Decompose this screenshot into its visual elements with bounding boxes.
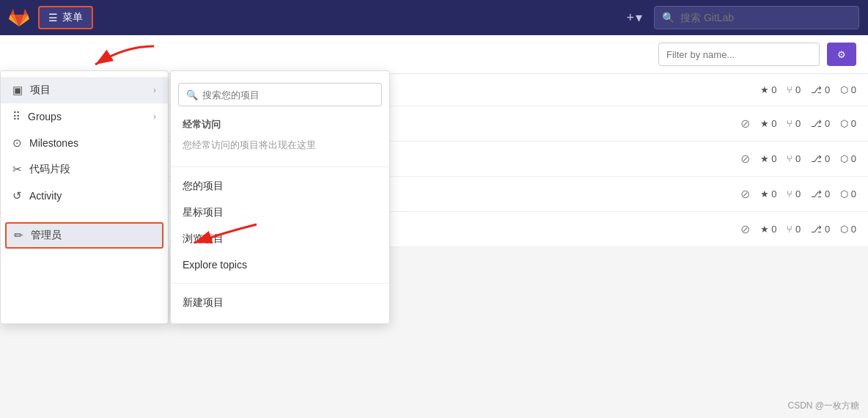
- merge-stat: ⎇ 0: [811, 224, 830, 235]
- project-stats: ⊘ ★ 0 ⑂ 0 ⎇ 0 ⬡ 0: [740, 152, 856, 166]
- star-stat: ★ 0: [760, 84, 777, 95]
- star-stat: ★ 0: [760, 153, 777, 164]
- activity-icon: ↺: [12, 189, 22, 202]
- menu-item-snippets[interactable]: ✂ 代码片段: [1, 156, 168, 183]
- menu-item-groups[interactable]: ⠿ Groups ›: [1, 103, 168, 130]
- project-stats: ⊘ ★ 0 ⑂ 0 ⎇ 0 ⬡ 0: [740, 117, 856, 131]
- menu-item-milestones[interactable]: ⊙ Milestones: [1, 130, 168, 156]
- issue-stat: ⬡ 0: [840, 153, 856, 164]
- menu-item-activity[interactable]: ↺ Activity: [1, 183, 168, 209]
- fork-stat: ⑂ 0: [787, 188, 801, 199]
- filter-input[interactable]: [658, 43, 820, 66]
- fork-stat: ⑂ 0: [787, 153, 801, 164]
- milestones-icon: ⊙: [12, 136, 22, 150]
- chevron-down-icon: ▾: [636, 10, 642, 26]
- projects-search-input[interactable]: [202, 89, 374, 100]
- your-projects-link[interactable]: 您的项目: [171, 173, 389, 199]
- star-stat: ★ 0: [760, 188, 777, 199]
- archived-icon: ⊘: [740, 117, 750, 131]
- issue-stat: ⬡ 0: [840, 224, 856, 235]
- projects-search-bar[interactable]: 🔍: [178, 83, 382, 106]
- search-icon: 🔍: [186, 89, 198, 100]
- project-stats: ⊘ ★ 0 ⑂ 0 ⎇ 0 ⬡ 0: [740, 187, 856, 201]
- issue-stat: ⬡ 0: [840, 118, 856, 129]
- frequent-section-label: 经常访问: [171, 114, 389, 136]
- starred-projects-link[interactable]: 星标项目: [171, 199, 389, 226]
- project-stats: ★ 0 ⑂ 0 ⎇ 0 ⬡ 0: [760, 84, 856, 95]
- explore-projects-link[interactable]: 浏览项目: [171, 226, 389, 252]
- groups-icon: ⠿: [12, 110, 21, 123]
- fork-stat: ⑂ 0: [787, 84, 801, 95]
- issue-stat: ⬡ 0: [840, 188, 856, 199]
- menu-button[interactable]: ☰ 菜单: [38, 6, 93, 29]
- menu-label-snippets: 代码片段: [29, 163, 70, 176]
- menu-label-groups: Groups: [28, 111, 62, 122]
- merge-stat: ⎇ 0: [811, 118, 830, 129]
- merge-stat: ⎇ 0: [811, 188, 830, 199]
- archived-icon: ⊘: [740, 187, 750, 201]
- issue-stat: ⬡ 0: [840, 84, 856, 95]
- projects-sub-panel: 🔍 经常访问 您经常访问的项目将出现在这里 您的项目 星标项目 浏览项目 Exp…: [170, 70, 390, 324]
- star-stat: ★ 0: [760, 118, 777, 129]
- project-stats: ⊘ ★ 0 ⑂ 0 ⎇ 0 ⬡ 0: [740, 222, 856, 236]
- page-content: ⚙ ★ 0 ⑂ 0 ⎇ 0 ⬡ 0 ⊘ ★ 0 ⑂ 0 ⎇ 0 ⬡ 0: [0, 35, 868, 418]
- merge-stat: ⎇ 0: [811, 153, 830, 164]
- star-stat: ★ 0: [760, 224, 777, 235]
- gitlab-logo: [9, 7, 29, 28]
- plus-icon: +: [626, 10, 634, 26]
- frequent-empty-text: 您经常访问的项目将出现在这里: [171, 136, 389, 161]
- archived-icon: ⊘: [740, 222, 750, 236]
- search-input[interactable]: [680, 12, 851, 23]
- archived-icon: ⊘: [740, 152, 750, 166]
- projects-icon: ▣: [12, 84, 23, 97]
- menu-button-label: 菜单: [62, 11, 83, 24]
- create-new-button[interactable]: + ▾: [620, 7, 648, 29]
- admin-icon: ✏: [14, 229, 23, 242]
- new-project-link[interactable]: 新建项目: [171, 290, 389, 316]
- navbar: ☰ 菜单 + ▾ 🔍: [0, 0, 868, 35]
- fork-stat: ⑂ 0: [787, 118, 801, 129]
- explore-topics-link[interactable]: Explore topics: [171, 252, 389, 277]
- fork-stat: ⑂ 0: [787, 224, 801, 235]
- menu-label-projects: 项目: [30, 84, 51, 97]
- merge-stat: ⎇ 0: [811, 84, 830, 95]
- menu-label-milestones: Milestones: [29, 137, 78, 149]
- search-bar[interactable]: 🔍: [654, 6, 859, 29]
- filter-button[interactable]: ⚙: [827, 43, 856, 66]
- chevron-right-icon: ›: [153, 111, 156, 122]
- dropdown-overlay: ▣ 项目 › ⠿ Groups › ⊙ Milestones: [0, 70, 484, 324]
- watermark: CSDN @一枚方糖: [787, 400, 859, 412]
- filter-bar: ⚙: [0, 35, 868, 74]
- main-menu-panel: ▣ 项目 › ⠿ Groups › ⊙ Milestones: [0, 70, 169, 324]
- search-icon: 🔍: [662, 12, 674, 23]
- snippets-icon: ✂: [12, 163, 22, 176]
- menu-label-activity: Activity: [29, 190, 62, 202]
- menu-hamburger-icon: ☰: [48, 12, 58, 23]
- menu-item-projects[interactable]: ▣ 项目 ›: [1, 77, 168, 103]
- chevron-right-icon: ›: [153, 85, 156, 95]
- menu-label-admin: 管理员: [31, 229, 62, 242]
- menu-item-admin[interactable]: ✏ 管理员: [5, 222, 163, 249]
